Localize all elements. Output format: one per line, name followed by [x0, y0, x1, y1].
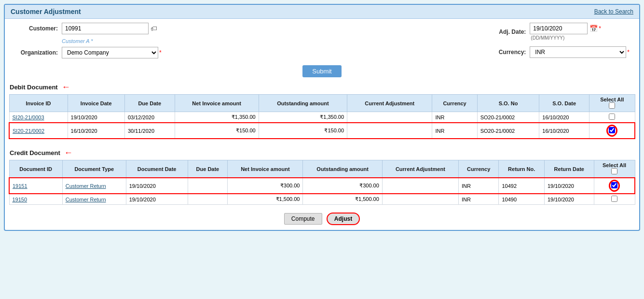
- adj-date-row: Adj. Date: 📅 * (DD/MM/YYYY): [482, 23, 601, 41]
- date-group: 📅 * (DD/MM/YYYY): [530, 23, 601, 41]
- buttons-row: Compute Adjust: [5, 208, 639, 230]
- table-row: 19150 Customer Return 19/10/2020 ₹1,500.…: [9, 194, 635, 205]
- tag-icon: 🏷: [151, 25, 157, 32]
- credit-doc-type-1: Customer Return: [62, 178, 126, 194]
- main-container: Customer Adjustment Back to Search Custo…: [4, 4, 640, 231]
- debit-so-date-1: 16/10/2020: [539, 112, 589, 123]
- debit-checkbox-1[interactable]: [609, 114, 615, 120]
- credit-current-adj-2: [382, 194, 458, 205]
- debit-header-row: Invoice ID Invoice Date Due Date Net Inv…: [9, 95, 635, 112]
- th-return-no: Return No.: [499, 160, 544, 178]
- debit-due-date-1: 03/12/2020: [124, 112, 175, 123]
- credit-return-no-2: 10490: [499, 194, 544, 205]
- debit-invoice-id-2: SI20-21/0002: [9, 123, 68, 139]
- adj-date-input[interactable]: [530, 23, 588, 34]
- organization-label: Organization:: [14, 49, 58, 56]
- debit-invoice-date-1: 19/10/2020: [68, 112, 124, 123]
- debit-table-section: Invoice ID Invoice Date Due Date Net Inv…: [5, 94, 639, 142]
- customer-name: Customer A *: [62, 38, 482, 44]
- credit-return-date-2: 19/10/2020: [544, 194, 594, 205]
- compute-button[interactable]: Compute: [284, 213, 322, 225]
- debit-arrow-icon: ←: [62, 82, 70, 92]
- table-row: SI20-21/0002 16/10/2020 30/11/2020 ₹150.…: [9, 123, 635, 139]
- adjust-button[interactable]: Adjust: [327, 213, 360, 225]
- th-doc-date: Document Date: [126, 160, 188, 178]
- organization-select[interactable]: Demo Company: [62, 47, 158, 58]
- credit-table: Document ID Document Type Document Date …: [9, 160, 635, 205]
- credit-select-all-checkbox[interactable]: [611, 168, 617, 174]
- currency-required: *: [627, 49, 630, 56]
- th-net-invoice-c: Net Invoice amount: [228, 160, 303, 178]
- th-outstanding: Outstanding amount: [259, 95, 347, 112]
- debit-so-no-2: SO20-21/0002: [477, 123, 539, 139]
- credit-arrow-icon: ←: [64, 148, 73, 158]
- credit-checkbox-circle-1: [609, 180, 620, 192]
- credit-doc-link-2[interactable]: 19150: [13, 197, 27, 202]
- adj-date-label: Adj. Date:: [482, 28, 526, 35]
- credit-due-date-2: [188, 194, 228, 205]
- credit-checkbox-1[interactable]: [611, 182, 617, 188]
- th-return-date: Return Date: [544, 160, 594, 178]
- table-row: SI20-21/0003 19/10/2020 03/12/2020 ₹1,35…: [9, 112, 635, 123]
- credit-outstanding-1: ₹300.00: [303, 178, 382, 194]
- debit-invoice-id-1: SI20-21/0003: [9, 112, 68, 123]
- debit-checkbox-circle-2: [606, 125, 617, 137]
- credit-return-no-1: 10492: [499, 178, 544, 194]
- debit-currency-1: INR: [432, 112, 477, 123]
- debit-checkbox-2[interactable]: [609, 127, 615, 133]
- submit-button[interactable]: Submit: [302, 65, 341, 77]
- credit-net-1: ₹300.00: [228, 178, 303, 194]
- submit-row: Submit: [5, 62, 639, 80]
- debit-outstanding-2: ₹150.00: [259, 123, 347, 139]
- date-format-hint: (DD/MM/YYYY): [531, 35, 601, 41]
- th-doc-type: Document Type: [62, 160, 126, 178]
- left-form: Customer: 🏷 Customer A * Organization: D…: [14, 23, 482, 62]
- th-select-all-c: Select All: [594, 160, 635, 178]
- credit-table-section: Document ID Document Type Document Date …: [5, 160, 639, 208]
- currency-row: Currency: INR *: [482, 46, 630, 58]
- th-currency-c: Currency: [458, 160, 499, 178]
- page-title: Customer Adjustment: [11, 8, 81, 15]
- right-form: Adj. Date: 📅 * (DD/MM/YYYY) Currency: IN…: [482, 23, 630, 60]
- credit-current-adj-1: [382, 178, 458, 194]
- credit-section-header: Credit Document ←: [5, 146, 639, 160]
- th-outstanding-c: Outstanding amount: [303, 160, 382, 178]
- debit-current-adj-1: [347, 112, 432, 123]
- th-invoice-date: Invoice Date: [68, 95, 124, 112]
- th-currency: Currency: [432, 95, 477, 112]
- org-required: *: [159, 49, 162, 56]
- credit-doc-id-1: 19151: [9, 178, 62, 194]
- credit-currency-1: INR: [458, 178, 499, 194]
- calendar-icon[interactable]: 📅: [589, 25, 598, 32]
- credit-currency-2: INR: [458, 194, 499, 205]
- debit-select-1: [589, 112, 635, 123]
- currency-select[interactable]: INR: [530, 46, 626, 58]
- customer-group: Customer: 🏷: [14, 23, 157, 34]
- credit-doc-date-2: 19/10/2020: [126, 194, 188, 205]
- debit-invoice-link-1[interactable]: SI20-21/0003: [13, 114, 44, 120]
- date-input-row: 📅 *: [530, 23, 601, 34]
- credit-return-date-1: 19/10/2020: [544, 178, 594, 194]
- organization-group: Organization: Demo Company *: [14, 47, 162, 58]
- table-row: 19151 Customer Return 19/10/2020 ₹300.00…: [9, 178, 635, 194]
- th-so-date: S.O. Date: [539, 95, 589, 112]
- debit-net-2: ₹150.00: [175, 123, 259, 139]
- form-area: Customer: 🏷 Customer A * Organization: D…: [5, 19, 639, 62]
- credit-checkbox-2[interactable]: [611, 196, 617, 202]
- credit-doc-link-1[interactable]: 19151: [13, 183, 27, 189]
- customer-label: Customer:: [14, 25, 58, 32]
- header-bar: Customer Adjustment Back to Search: [5, 5, 639, 19]
- debit-so-no-1: SO20-21/0002: [477, 112, 539, 123]
- th-current-adj: Current Adjustment: [347, 95, 432, 112]
- debit-table: Invoice ID Invoice Date Due Date Net Inv…: [9, 94, 635, 139]
- debit-invoice-link-2[interactable]: SI20-21/0002: [13, 128, 44, 134]
- customer-input[interactable]: [62, 23, 149, 34]
- credit-doc-type-link-2[interactable]: Customer Return: [66, 197, 106, 202]
- credit-doc-type-link-1[interactable]: Customer Return: [66, 183, 106, 189]
- organization-row: Organization: Demo Company *: [14, 47, 482, 58]
- debit-select-all-checkbox[interactable]: [609, 102, 615, 109]
- credit-select-2: [594, 194, 635, 205]
- th-due-date-c: Due Date: [188, 160, 228, 178]
- debit-title: Debit Document: [10, 84, 58, 91]
- back-to-search-link[interactable]: Back to Search: [594, 8, 633, 15]
